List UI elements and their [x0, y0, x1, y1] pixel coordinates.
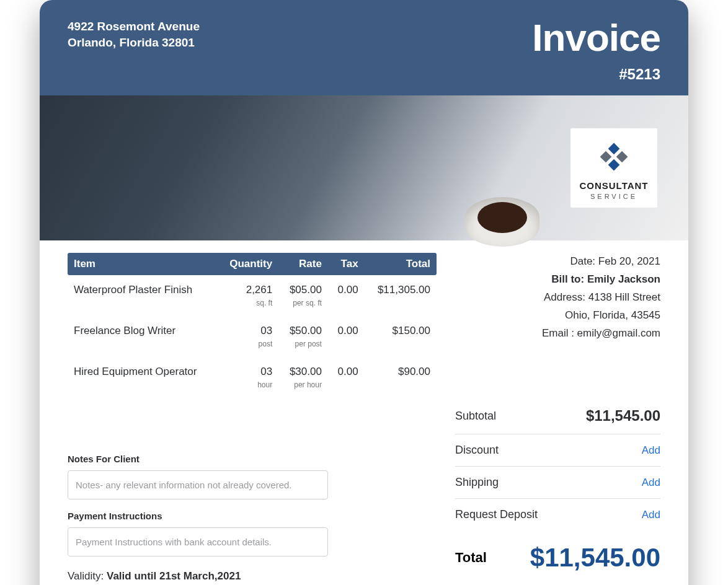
- logo-mark-icon: [597, 139, 631, 174]
- cell-qty-unit: sq. ft: [218, 299, 278, 316]
- col-rate: Rate: [278, 253, 328, 275]
- discount-add-button[interactable]: Add: [642, 444, 660, 457]
- table-row-sub: postper post: [68, 340, 437, 357]
- invoice-number: #5213: [532, 66, 660, 83]
- shipping-row: Shipping Add: [455, 467, 660, 499]
- total-label: Total: [455, 550, 487, 566]
- sender-address-line1: 4922 Rosemont Avenue: [68, 19, 200, 35]
- invoice-header: 4922 Rosemont Avenue Orlando, Florida 32…: [40, 0, 688, 95]
- cell-total: $11,305.00: [365, 275, 437, 299]
- table-row: Hired Equipment Operator03$30.000.00$90.…: [68, 357, 437, 380]
- shipping-label: Shipping: [455, 476, 499, 489]
- invoice-body: Item Quantity Rate Tax Total Waterproof …: [40, 240, 688, 585]
- col-tax: Tax: [328, 253, 365, 275]
- hero-image: CONSULTANT SERVICE: [40, 95, 688, 240]
- table-row-sub: sq. ftper sq. ft: [68, 299, 437, 316]
- validity-label: Validity:: [68, 570, 107, 582]
- svg-marker-0: [608, 143, 620, 155]
- invoice-card: 4922 Rosemont Avenue Orlando, Florida 32…: [40, 0, 688, 585]
- sender-address-line2: Orlando, Florida 32801: [68, 35, 200, 51]
- table-row-sub: hourper hour: [68, 380, 437, 398]
- shipping-add-button[interactable]: Add: [642, 477, 660, 489]
- col-item: Item: [68, 253, 218, 275]
- cell-qty-unit: hour: [218, 380, 278, 398]
- bill-address-line1: Address: 4138 Hill Street: [455, 289, 660, 307]
- cell-rate-unit: per hour: [278, 380, 328, 398]
- notes-input[interactable]: [68, 470, 328, 499]
- total-row: Total $11,545.00: [455, 530, 660, 573]
- cell-qty-unit: post: [218, 340, 278, 357]
- deposit-label: Request Deposit: [455, 508, 538, 521]
- payment-instructions-label: Payment Instructions: [68, 511, 437, 521]
- notes-label: Notes For Client: [68, 454, 437, 464]
- discount-row: Discount Add: [455, 434, 660, 467]
- svg-marker-2: [600, 151, 612, 163]
- subtotal-label: Subtotal: [455, 410, 496, 423]
- cell-tax: 0.00: [328, 316, 365, 340]
- title-block: Invoice #5213: [532, 19, 660, 83]
- svg-marker-1: [608, 159, 620, 171]
- coffee-mug-decoration: [465, 197, 539, 247]
- cell-qty: 03: [218, 357, 278, 380]
- invoice-date: Date: Feb 20, 2021: [455, 253, 660, 271]
- cell-total: $150.00: [365, 316, 437, 340]
- cell-rate-unit: per sq. ft: [278, 299, 328, 316]
- bill-email: Email : emily@gmail.com: [455, 325, 660, 343]
- svg-marker-3: [616, 151, 628, 163]
- cell-tax: 0.00: [328, 357, 365, 380]
- summary-block: Subtotal $11,545.00 Discount Add Shippin…: [455, 398, 660, 585]
- cell-item: Waterproof Plaster Finish: [68, 275, 218, 299]
- cell-rate: $30.00: [278, 357, 328, 380]
- validity-line: Validity: Valid until 21st March,2021: [68, 570, 437, 583]
- meta-column: Date: Feb 20, 2021 Bill to: Emily Jackso…: [455, 253, 660, 585]
- cell-item: Freelance Blog Writer: [68, 316, 218, 340]
- invoice-title: Invoice: [532, 19, 660, 57]
- total-value: $11,545.00: [530, 543, 660, 573]
- logo-sub: SERVICE: [578, 193, 650, 200]
- cell-qty: 2,261: [218, 275, 278, 299]
- logo-name: CONSULTANT: [578, 180, 650, 191]
- items-column: Item Quantity Rate Tax Total Waterproof …: [68, 253, 437, 585]
- cell-rate-unit: per post: [278, 340, 328, 357]
- subtotal-value: $11,545.00: [586, 407, 660, 424]
- deposit-add-button[interactable]: Add: [642, 509, 660, 521]
- payment-instructions-input[interactable]: [68, 527, 328, 556]
- billing-meta: Date: Feb 20, 2021 Bill to: Emily Jackso…: [455, 253, 660, 342]
- discount-label: Discount: [455, 444, 499, 457]
- subtotal-row: Subtotal $11,545.00: [455, 398, 660, 434]
- validity-value: Valid until 21st March,2021: [107, 570, 241, 582]
- notes-block: Notes For Client Payment Instructions Va…: [68, 454, 437, 583]
- table-row: Freelance Blog Writer03$50.000.00$150.00: [68, 316, 437, 340]
- cell-total: $90.00: [365, 357, 437, 380]
- cell-item: Hired Equipment Operator: [68, 357, 218, 380]
- bill-to: Bill to: Emily Jackson: [455, 271, 660, 289]
- company-logo: CONSULTANT SERVICE: [570, 128, 657, 208]
- col-total: Total: [365, 253, 437, 275]
- col-qty: Quantity: [218, 253, 278, 275]
- cell-qty: 03: [218, 316, 278, 340]
- bill-address-line2: Ohio, Florida, 43545: [455, 307, 660, 325]
- cell-rate: $05.00: [278, 275, 328, 299]
- cell-tax: 0.00: [328, 275, 365, 299]
- sender-address: 4922 Rosemont Avenue Orlando, Florida 32…: [68, 19, 200, 50]
- items-table: Item Quantity Rate Tax Total Waterproof …: [68, 253, 437, 398]
- table-row: Waterproof Plaster Finish2,261$05.000.00…: [68, 275, 437, 299]
- deposit-row: Request Deposit Add: [455, 499, 660, 530]
- cell-rate: $50.00: [278, 316, 328, 340]
